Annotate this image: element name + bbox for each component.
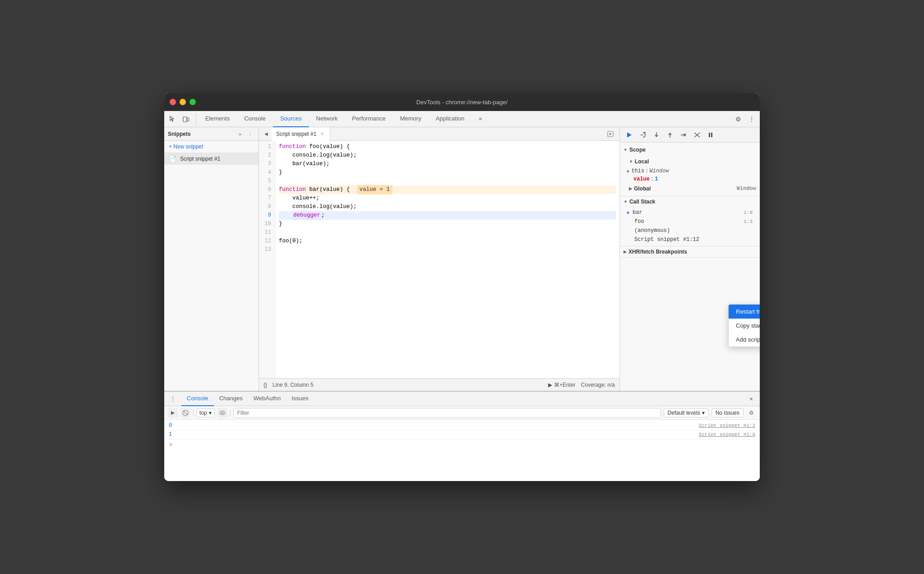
main-content: Snippets » ⋮ + New snippet 📄 Script snip… xyxy=(164,127,760,391)
call-stack-bar[interactable]: ▶ bar 1:9 xyxy=(620,208,760,217)
bottom-tab-issues[interactable]: Issues xyxy=(286,392,314,406)
no-issues-button[interactable]: No Issues xyxy=(711,408,744,417)
scope-section: Scope Local ▶ this xyxy=(620,144,760,196)
code-line-5 xyxy=(279,177,616,185)
step-out-button[interactable] xyxy=(664,129,676,141)
console-clear-button[interactable] xyxy=(180,408,190,418)
editor-tab-label: Script snippet #1 xyxy=(276,131,316,137)
levels-dropdown-icon: ▾ xyxy=(702,410,705,416)
svg-rect-5 xyxy=(627,133,628,137)
snippet-item[interactable]: 📄 Script snippet #1 xyxy=(164,153,259,165)
code-line-12: foo(0); xyxy=(279,237,616,245)
right-panel: Scope Local ▶ this xyxy=(620,127,760,391)
line-num-2: 2 xyxy=(259,151,275,160)
code-line-9: debugger; xyxy=(279,211,616,220)
select-element-button[interactable] xyxy=(166,113,179,125)
sidebar-more-icon[interactable]: » xyxy=(235,129,245,139)
pause-on-exceptions-button[interactable] xyxy=(705,129,716,141)
line-numbers: 1 2 3 4 5 6 7 8 9 10 11 12 13 xyxy=(259,141,275,378)
editor-nav-back[interactable]: ◀ xyxy=(261,129,272,139)
bottom-tabs-bar: ⋮ Console Changes WebAuthn Issues × xyxy=(164,392,760,406)
bottom-panel: ⋮ Console Changes WebAuthn Issues × ▶ xyxy=(164,391,760,481)
bottom-tab-changes[interactable]: Changes xyxy=(214,392,248,406)
context-restart-frame[interactable]: Restart frame xyxy=(729,305,760,319)
code-content[interactable]: function foo(value) { console.log(value)… xyxy=(275,141,619,378)
line-num-4: 4 xyxy=(259,168,275,177)
this-expand[interactable]: ▶ xyxy=(627,169,629,174)
pretty-print-button[interactable]: {} xyxy=(263,382,267,388)
settings-button[interactable]: ⚙ xyxy=(732,113,744,125)
line-num-5: 5 xyxy=(259,177,275,185)
new-snippet-button[interactable]: + New snippet xyxy=(164,141,259,153)
console-prompt-icon: > xyxy=(169,441,172,449)
tabs-bar: Elements Console Sources Network Perform… xyxy=(198,111,728,127)
bottom-tab-webauthn[interactable]: WebAuthn xyxy=(248,392,286,406)
new-snippet-label: + New snippet xyxy=(169,144,203,150)
tab-application[interactable]: Application xyxy=(429,111,472,127)
run-snippet-button[interactable]: ▶ ⌘+Enter xyxy=(548,382,576,388)
bottom-close-button[interactable]: × xyxy=(746,394,756,404)
context-copy-stack-trace[interactable]: Copy stack trace xyxy=(729,319,760,333)
close-button[interactable] xyxy=(170,99,176,105)
console-row-0: 0 Script snippet #1:2 xyxy=(164,421,760,430)
deactivate-breakpoints-button[interactable] xyxy=(691,129,703,141)
xhr-breakpoints-header[interactable]: XHR/fetch Breakpoints xyxy=(620,246,760,257)
minimize-button[interactable] xyxy=(180,99,186,105)
top-context-selector[interactable]: top ▾ xyxy=(196,408,215,417)
tab-more[interactable]: » xyxy=(471,111,489,127)
top-dropdown-icon: ▾ xyxy=(209,410,212,416)
resume-button[interactable] xyxy=(624,129,635,141)
device-toggle-button[interactable] xyxy=(180,113,192,125)
sidebar-menu-icon[interactable]: ⋮ xyxy=(245,129,255,139)
console-run-button[interactable]: ▶ xyxy=(168,408,178,418)
editor-tab-close[interactable]: × xyxy=(319,131,325,137)
scope-this: ▶ this : Window xyxy=(620,167,760,175)
tab-performance[interactable]: Performance xyxy=(345,111,393,127)
tab-network[interactable]: Network xyxy=(309,111,345,127)
debug-toolbar xyxy=(620,127,760,143)
step-into-button[interactable] xyxy=(651,129,662,141)
title-bar: DevTools - chrome://new-tab-page/ xyxy=(164,93,760,111)
scope-header[interactable]: Scope xyxy=(620,144,760,155)
step-button[interactable] xyxy=(678,129,689,141)
local-scope-header[interactable]: Local xyxy=(620,156,760,167)
maximize-button[interactable] xyxy=(189,99,196,105)
console-output: 0 Script snippet #1:2 1 Script snippet #… xyxy=(164,420,760,481)
code-line-13 xyxy=(279,245,616,254)
call-stack-foo[interactable]: foo 1:3 xyxy=(620,217,760,226)
more-tools-button[interactable]: ⋮ xyxy=(745,113,758,125)
line-num-11: 11 xyxy=(259,228,275,237)
console-value-1: 1 xyxy=(169,431,172,438)
tab-memory[interactable]: Memory xyxy=(393,111,429,127)
console-source-0[interactable]: Script snippet #1:2 xyxy=(699,423,755,428)
svg-rect-1 xyxy=(187,118,189,121)
console-eye-button[interactable] xyxy=(217,408,227,418)
status-bar: {} Line 9, Column 5 ▶ ⌘+Enter Coverage: … xyxy=(259,378,619,391)
tab-sources[interactable]: Sources xyxy=(273,111,309,127)
call-stack-anon[interactable]: (anonymous) xyxy=(620,226,760,235)
editor-run-button[interactable] xyxy=(605,129,616,139)
code-editor[interactable]: 1 2 3 4 5 6 7 8 9 10 11 12 13 xyxy=(259,141,619,378)
call-stack-snippet[interactable]: Script snippet #1:12 xyxy=(620,235,760,244)
devtools-window: DevTools - chrome://new-tab-page/ xyxy=(164,93,760,481)
context-add-to-ignore-list[interactable]: Add script to ignore list xyxy=(729,333,760,347)
editor-tab-snippet[interactable]: Script snippet #1 × xyxy=(272,127,330,141)
scope-value: value : 1 xyxy=(620,175,760,183)
coverage-status: Coverage: n/a xyxy=(581,382,615,388)
console-divider-2 xyxy=(230,409,231,417)
bottom-tab-console[interactable]: Console xyxy=(181,392,214,406)
step-over-button[interactable] xyxy=(637,129,649,141)
console-prompt-row[interactable]: > xyxy=(164,440,760,450)
console-settings-button[interactable]: ⚙ xyxy=(746,408,756,418)
xhr-title: XHR/fetch Breakpoints xyxy=(628,249,687,255)
tab-console[interactable]: Console xyxy=(237,111,273,127)
default-levels-button[interactable]: Default levels ▾ xyxy=(664,408,709,417)
global-scope-header[interactable]: Global Window xyxy=(620,183,760,194)
bottom-menu-button[interactable]: ⋮ xyxy=(168,394,178,404)
console-filter-input[interactable] xyxy=(233,408,661,418)
svg-point-17 xyxy=(220,411,225,415)
editor-area: ◀ Script snippet #1 × xyxy=(259,127,620,391)
console-source-1[interactable]: Script snippet #1:8 xyxy=(699,432,755,437)
call-stack-header[interactable]: Call Stack xyxy=(620,196,760,207)
tab-elements[interactable]: Elements xyxy=(198,111,237,127)
